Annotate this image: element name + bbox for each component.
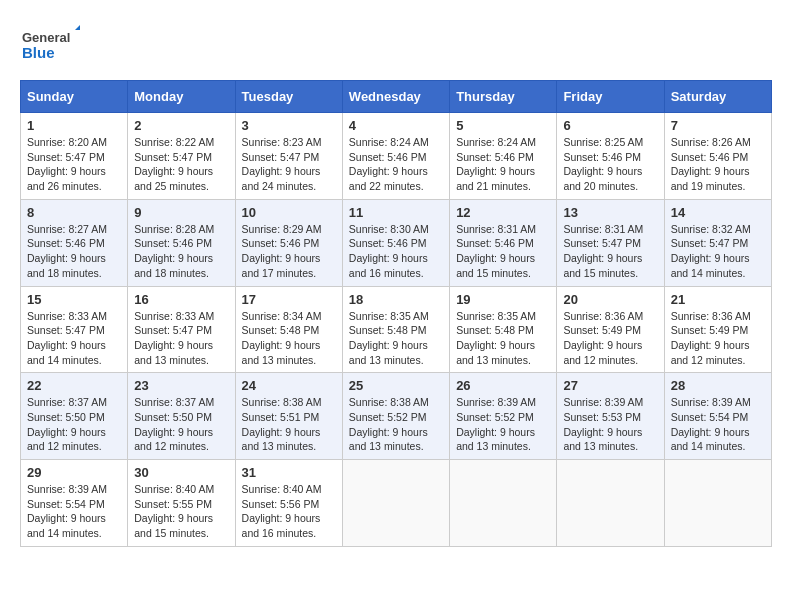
day-number: 14 xyxy=(671,205,765,220)
day-header-wednesday: Wednesday xyxy=(342,81,449,113)
calendar-cell: 18 Sunrise: 8:35 AMSunset: 5:48 PMDaylig… xyxy=(342,286,449,373)
calendar-cell: 27 Sunrise: 8:39 AMSunset: 5:53 PMDaylig… xyxy=(557,373,664,460)
cell-info: Sunrise: 8:33 AMSunset: 5:47 PMDaylight:… xyxy=(27,310,107,366)
calendar-cell: 4 Sunrise: 8:24 AMSunset: 5:46 PMDayligh… xyxy=(342,113,449,200)
day-number: 30 xyxy=(134,465,228,480)
cell-info: Sunrise: 8:33 AMSunset: 5:47 PMDaylight:… xyxy=(134,310,214,366)
calendar-cell: 31 Sunrise: 8:40 AMSunset: 5:56 PMDaylig… xyxy=(235,460,342,547)
day-number: 26 xyxy=(456,378,550,393)
day-number: 4 xyxy=(349,118,443,133)
logo-svg: General Blue xyxy=(20,20,80,70)
day-number: 22 xyxy=(27,378,121,393)
calendar-cell xyxy=(664,460,771,547)
cell-info: Sunrise: 8:39 AMSunset: 5:53 PMDaylight:… xyxy=(563,396,643,452)
calendar-table: SundayMondayTuesdayWednesdayThursdayFrid… xyxy=(20,80,772,547)
calendar-cell: 20 Sunrise: 8:36 AMSunset: 5:49 PMDaylig… xyxy=(557,286,664,373)
day-header-friday: Friday xyxy=(557,81,664,113)
day-number: 1 xyxy=(27,118,121,133)
cell-info: Sunrise: 8:37 AMSunset: 5:50 PMDaylight:… xyxy=(27,396,107,452)
day-number: 9 xyxy=(134,205,228,220)
calendar-cell xyxy=(342,460,449,547)
calendar-cell: 28 Sunrise: 8:39 AMSunset: 5:54 PMDaylig… xyxy=(664,373,771,460)
calendar-cell: 7 Sunrise: 8:26 AMSunset: 5:46 PMDayligh… xyxy=(664,113,771,200)
day-header-sunday: Sunday xyxy=(21,81,128,113)
calendar-cell: 9 Sunrise: 8:28 AMSunset: 5:46 PMDayligh… xyxy=(128,199,235,286)
cell-info: Sunrise: 8:39 AMSunset: 5:52 PMDaylight:… xyxy=(456,396,536,452)
calendar-cell: 30 Sunrise: 8:40 AMSunset: 5:55 PMDaylig… xyxy=(128,460,235,547)
calendar-cell: 5 Sunrise: 8:24 AMSunset: 5:46 PMDayligh… xyxy=(450,113,557,200)
calendar-cell: 12 Sunrise: 8:31 AMSunset: 5:46 PMDaylig… xyxy=(450,199,557,286)
calendar-cell xyxy=(557,460,664,547)
cell-info: Sunrise: 8:38 AMSunset: 5:52 PMDaylight:… xyxy=(349,396,429,452)
calendar-week-row: 29 Sunrise: 8:39 AMSunset: 5:54 PMDaylig… xyxy=(21,460,772,547)
calendar-cell: 24 Sunrise: 8:38 AMSunset: 5:51 PMDaylig… xyxy=(235,373,342,460)
day-number: 10 xyxy=(242,205,336,220)
day-number: 28 xyxy=(671,378,765,393)
day-number: 5 xyxy=(456,118,550,133)
cell-info: Sunrise: 8:31 AMSunset: 5:46 PMDaylight:… xyxy=(456,223,536,279)
day-header-saturday: Saturday xyxy=(664,81,771,113)
calendar-cell: 6 Sunrise: 8:25 AMSunset: 5:46 PMDayligh… xyxy=(557,113,664,200)
calendar-cell: 1 Sunrise: 8:20 AMSunset: 5:47 PMDayligh… xyxy=(21,113,128,200)
cell-info: Sunrise: 8:35 AMSunset: 5:48 PMDaylight:… xyxy=(349,310,429,366)
day-number: 15 xyxy=(27,292,121,307)
calendar-cell: 17 Sunrise: 8:34 AMSunset: 5:48 PMDaylig… xyxy=(235,286,342,373)
calendar-cell: 25 Sunrise: 8:38 AMSunset: 5:52 PMDaylig… xyxy=(342,373,449,460)
calendar-cell: 26 Sunrise: 8:39 AMSunset: 5:52 PMDaylig… xyxy=(450,373,557,460)
cell-info: Sunrise: 8:28 AMSunset: 5:46 PMDaylight:… xyxy=(134,223,214,279)
day-number: 18 xyxy=(349,292,443,307)
calendar-cell: 14 Sunrise: 8:32 AMSunset: 5:47 PMDaylig… xyxy=(664,199,771,286)
day-number: 23 xyxy=(134,378,228,393)
day-number: 21 xyxy=(671,292,765,307)
day-number: 11 xyxy=(349,205,443,220)
day-number: 27 xyxy=(563,378,657,393)
cell-info: Sunrise: 8:24 AMSunset: 5:46 PMDaylight:… xyxy=(456,136,536,192)
cell-info: Sunrise: 8:20 AMSunset: 5:47 PMDaylight:… xyxy=(27,136,107,192)
calendar-cell: 21 Sunrise: 8:36 AMSunset: 5:49 PMDaylig… xyxy=(664,286,771,373)
cell-info: Sunrise: 8:25 AMSunset: 5:46 PMDaylight:… xyxy=(563,136,643,192)
calendar-cell: 29 Sunrise: 8:39 AMSunset: 5:54 PMDaylig… xyxy=(21,460,128,547)
cell-info: Sunrise: 8:36 AMSunset: 5:49 PMDaylight:… xyxy=(563,310,643,366)
day-number: 6 xyxy=(563,118,657,133)
day-number: 31 xyxy=(242,465,336,480)
day-number: 16 xyxy=(134,292,228,307)
day-header-tuesday: Tuesday xyxy=(235,81,342,113)
day-number: 12 xyxy=(456,205,550,220)
day-number: 3 xyxy=(242,118,336,133)
day-number: 13 xyxy=(563,205,657,220)
calendar-cell xyxy=(450,460,557,547)
cell-info: Sunrise: 8:24 AMSunset: 5:46 PMDaylight:… xyxy=(349,136,429,192)
calendar-cell: 19 Sunrise: 8:35 AMSunset: 5:48 PMDaylig… xyxy=(450,286,557,373)
calendar-week-row: 15 Sunrise: 8:33 AMSunset: 5:47 PMDaylig… xyxy=(21,286,772,373)
calendar-week-row: 22 Sunrise: 8:37 AMSunset: 5:50 PMDaylig… xyxy=(21,373,772,460)
cell-info: Sunrise: 8:34 AMSunset: 5:48 PMDaylight:… xyxy=(242,310,322,366)
cell-info: Sunrise: 8:40 AMSunset: 5:55 PMDaylight:… xyxy=(134,483,214,539)
day-number: 25 xyxy=(349,378,443,393)
day-number: 7 xyxy=(671,118,765,133)
calendar-cell: 16 Sunrise: 8:33 AMSunset: 5:47 PMDaylig… xyxy=(128,286,235,373)
calendar-cell: 11 Sunrise: 8:30 AMSunset: 5:46 PMDaylig… xyxy=(342,199,449,286)
calendar-cell: 15 Sunrise: 8:33 AMSunset: 5:47 PMDaylig… xyxy=(21,286,128,373)
day-number: 8 xyxy=(27,205,121,220)
svg-text:Blue: Blue xyxy=(22,44,55,61)
calendar-cell: 23 Sunrise: 8:37 AMSunset: 5:50 PMDaylig… xyxy=(128,373,235,460)
cell-info: Sunrise: 8:22 AMSunset: 5:47 PMDaylight:… xyxy=(134,136,214,192)
day-number: 29 xyxy=(27,465,121,480)
calendar-cell: 13 Sunrise: 8:31 AMSunset: 5:47 PMDaylig… xyxy=(557,199,664,286)
cell-info: Sunrise: 8:38 AMSunset: 5:51 PMDaylight:… xyxy=(242,396,322,452)
logo: General Blue xyxy=(20,20,80,70)
cell-info: Sunrise: 8:39 AMSunset: 5:54 PMDaylight:… xyxy=(671,396,751,452)
calendar-cell: 22 Sunrise: 8:37 AMSunset: 5:50 PMDaylig… xyxy=(21,373,128,460)
cell-info: Sunrise: 8:35 AMSunset: 5:48 PMDaylight:… xyxy=(456,310,536,366)
day-number: 24 xyxy=(242,378,336,393)
calendar-week-row: 1 Sunrise: 8:20 AMSunset: 5:47 PMDayligh… xyxy=(21,113,772,200)
day-number: 17 xyxy=(242,292,336,307)
cell-info: Sunrise: 8:26 AMSunset: 5:46 PMDaylight:… xyxy=(671,136,751,192)
day-number: 2 xyxy=(134,118,228,133)
day-number: 20 xyxy=(563,292,657,307)
page-header: General Blue xyxy=(20,20,772,70)
cell-info: Sunrise: 8:27 AMSunset: 5:46 PMDaylight:… xyxy=(27,223,107,279)
svg-marker-2 xyxy=(75,23,80,30)
calendar-cell: 10 Sunrise: 8:29 AMSunset: 5:46 PMDaylig… xyxy=(235,199,342,286)
cell-info: Sunrise: 8:39 AMSunset: 5:54 PMDaylight:… xyxy=(27,483,107,539)
